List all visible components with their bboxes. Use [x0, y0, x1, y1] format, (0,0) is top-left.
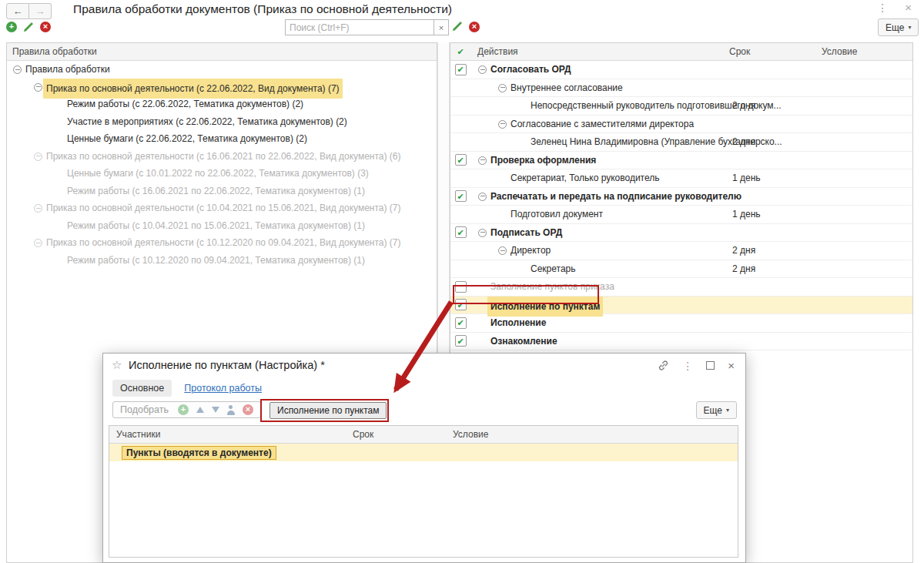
condition-cell: [822, 188, 912, 206]
table-row[interactable]: ✔Исполнение по пунктам: [450, 297, 912, 315]
more-button[interactable]: Еще ▾: [878, 18, 919, 36]
collapse-icon[interactable]: [34, 239, 42, 247]
forward-button[interactable]: →: [29, 3, 52, 19]
collapse-icon[interactable]: [498, 120, 507, 129]
actions-column-header[interactable]: Действия: [470, 43, 726, 60]
dialog-more-button[interactable]: Еще ▾: [696, 401, 737, 419]
kebab-menu-icon[interactable]: ⋮: [877, 2, 888, 13]
cancel-search-button[interactable]: ×: [469, 22, 480, 32]
pick-button[interactable]: Подобрать: [120, 404, 169, 415]
checkbox-checked[interactable]: ✔: [455, 226, 467, 238]
checkbox-unchecked[interactable]: [455, 281, 467, 293]
add-button[interactable]: +: [6, 22, 17, 32]
search-clear-button[interactable]: ×: [434, 19, 449, 35]
collapse-icon[interactable]: [34, 152, 42, 161]
table-row[interactable]: Заполнение пунктов приказа: [450, 278, 912, 297]
table-row[interactable]: ✔Ознакомление: [450, 333, 912, 351]
tree-item[interactable]: Приказ по основной деятельности (с 22.06…: [7, 79, 437, 96]
table-row[interactable]: ✔Распечатать и передать на подписание ру…: [450, 188, 912, 206]
tree-item-label: Ценные бумаги (с 10.01.2022 по 22.06.202…: [67, 165, 369, 183]
collapse-icon[interactable]: [478, 193, 487, 201]
checkbox-checked[interactable]: ✔: [455, 317, 467, 329]
collapse-icon[interactable]: [498, 246, 507, 255]
condition-column-header[interactable]: Условие: [447, 426, 708, 443]
term-column-header[interactable]: Срок: [726, 43, 819, 60]
tree-item[interactable]: Ценные бумаги (с 10.01.2022 по 22.06.202…: [7, 165, 437, 183]
tree-item-label: Режим работы (с 10.12.2020 по 09.04.2021…: [67, 252, 365, 270]
condition-cell: [822, 206, 912, 223]
search-edit-pencil-icon[interactable]: [452, 21, 463, 35]
participant-cell[interactable]: Пункты (вводятся в документе): [122, 446, 276, 460]
more-button-label: Еще: [886, 22, 904, 33]
table-row[interactable]: Внутреннее согласование: [450, 79, 912, 98]
collapse-icon[interactable]: [498, 84, 507, 92]
checkbox-checked[interactable]: ✔: [455, 190, 467, 202]
table-row[interactable]: Пункты (вводятся в документе): [109, 444, 738, 461]
checkbox-checked[interactable]: ✔: [455, 154, 467, 166]
person-icon[interactable]: [227, 405, 235, 415]
action-cell: Секретариат, Только руководитель: [470, 169, 729, 187]
table-row[interactable]: ✔Подписать ОРД: [450, 224, 912, 243]
tree-item[interactable]: Режим работы (с 10.12.2020 по 09.04.2021…: [7, 252, 437, 270]
table-row[interactable]: ✔Согласовать ОРД: [450, 61, 912, 79]
condition-column-header[interactable]: Условие: [819, 43, 912, 60]
participants-column-header[interactable]: Участники: [109, 426, 346, 443]
table-row[interactable]: Секретарь2 дня: [450, 260, 912, 279]
rules-tree: Правила обработкиПриказ по основной деят…: [7, 61, 437, 269]
collapse-icon[interactable]: [34, 83, 42, 92]
dialog-close-icon[interactable]: ×: [728, 361, 735, 370]
table-row[interactable]: Непосредственный руководитель подготовив…: [450, 97, 912, 116]
table-row[interactable]: Зеленец Нина Владимировна (Управление бу…: [450, 133, 912, 152]
tree-item[interactable]: Режим работы (с 16.06.2021 по 22.06.2022…: [7, 183, 437, 200]
delete-button[interactable]: ×: [40, 22, 51, 32]
table-row[interactable]: Подготовил документ1 день: [450, 206, 912, 224]
tree-item[interactable]: Участие в мероприятиях (с 22.06.2022, Те…: [7, 113, 437, 131]
back-button[interactable]: ←: [6, 3, 29, 19]
checkbox-checked[interactable]: ✔: [455, 335, 467, 347]
tab-work-log[interactable]: Протокол работы: [184, 383, 262, 394]
maximize-icon[interactable]: [706, 361, 715, 370]
tree-item[interactable]: Режим работы (с 10.04.2021 по 15.06.2021…: [7, 217, 437, 235]
check-cell: [450, 116, 470, 133]
action-label: Зеленец Нина Владимировна (Управление бу…: [531, 133, 782, 151]
table-row[interactable]: ✔Исполнение: [450, 314, 912, 333]
move-up-icon[interactable]: [196, 407, 204, 413]
search-input[interactable]: [285, 19, 434, 35]
tree-item[interactable]: Ценные бумаги (с 22.06.2022, Тематика до…: [7, 130, 437, 148]
table-row[interactable]: Согласование с заместителями директора: [450, 116, 912, 134]
collapse-icon[interactable]: [478, 156, 487, 165]
collapse-icon[interactable]: [478, 65, 487, 74]
collapse-icon[interactable]: [13, 65, 22, 74]
table-row[interactable]: Секретариат, Только руководитель1 день: [450, 169, 912, 188]
dialog-kebab-icon[interactable]: ⋮: [682, 360, 693, 371]
condition-cell: [822, 152, 912, 169]
add-participant-button[interactable]: +: [178, 404, 189, 415]
execution-by-items-button[interactable]: Исполнение по пунктам: [270, 402, 387, 419]
get-link-icon[interactable]: [658, 360, 669, 371]
edit-pencil-icon[interactable]: [23, 22, 34, 35]
tree-item[interactable]: Приказ по основной деятельности (с 16.06…: [7, 148, 437, 166]
collapse-icon[interactable]: [34, 204, 42, 213]
checkbox-checked[interactable]: ✔: [455, 299, 467, 310]
pencil-icon: [23, 22, 34, 32]
favorite-star-icon[interactable]: ☆: [112, 358, 122, 372]
tree-item[interactable]: Правила обработки: [7, 61, 437, 79]
table-row[interactable]: ✔Проверка оформления: [450, 152, 912, 170]
action-cell: Исполнение по пунктам: [470, 297, 729, 314]
checkbox-checked[interactable]: ✔: [455, 64, 467, 75]
action-label: Директор: [511, 242, 551, 260]
close-icon[interactable]: ×: [905, 2, 912, 13]
action-cell: Ознакомление: [470, 333, 729, 350]
remove-participant-button[interactable]: ×: [243, 404, 253, 415]
tree-item[interactable]: Приказ по основной деятельности (с 10.12…: [7, 234, 437, 252]
check-cell: ✔: [450, 152, 470, 169]
term-column-header[interactable]: Срок: [346, 426, 447, 443]
tree-item[interactable]: Приказ по основной деятельности (с 10.04…: [7, 199, 437, 217]
check-cell: [450, 206, 470, 223]
table-row[interactable]: Директор2 дня: [450, 242, 912, 260]
move-down-icon[interactable]: [212, 407, 219, 413]
collapse-icon[interactable]: [478, 229, 487, 237]
term-cell: 2 дня: [729, 242, 822, 260]
tab-main[interactable]: Основное: [112, 380, 172, 397]
tree-item[interactable]: Режим работы (с 22.06.2022, Тематика док…: [7, 96, 437, 113]
